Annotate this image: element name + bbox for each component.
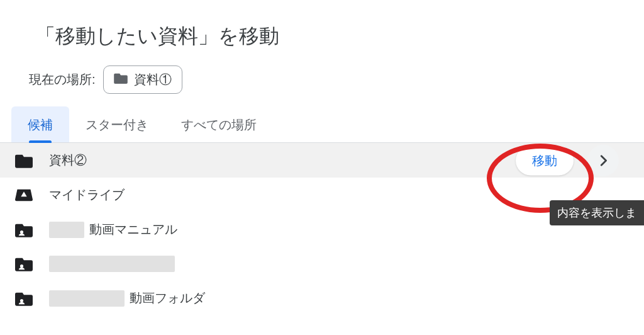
list-item-name: 動画マニュアル — [49, 221, 631, 238]
folder-icon — [114, 72, 128, 87]
current-location-row: 現在の場所: 資料① — [0, 65, 644, 106]
list-item[interactable]: マイドライブ — [0, 178, 644, 212]
redacted-text — [49, 222, 84, 238]
list-item-name: マイドライブ — [49, 186, 631, 203]
tooltip: 内容を表示しま — [550, 200, 644, 225]
svg-point-2 — [20, 298, 23, 302]
svg-point-0 — [20, 230, 23, 233]
list-item-name: 動画フォルダ — [49, 290, 631, 307]
folder-icon — [13, 153, 35, 168]
current-location-chip[interactable]: 資料① — [103, 65, 182, 94]
tabs: 候補 スター付き すべての場所 — [0, 106, 644, 143]
tab-label: 候補 — [28, 118, 53, 132]
redacted-text — [49, 290, 125, 307]
tab-suggested[interactable]: 候補 — [11, 106, 69, 142]
tab-starred[interactable]: スター付き — [69, 106, 165, 142]
tab-all-locations[interactable]: すべての場所 — [165, 106, 273, 142]
list-item[interactable] — [0, 247, 644, 281]
svg-point-1 — [20, 264, 23, 268]
location-list: 資料② 移動 マイドライブ 動画マニュアル — [0, 143, 644, 315]
move-button[interactable]: 移動 — [516, 145, 574, 175]
tab-label: スター付き — [86, 118, 148, 132]
list-item-name — [49, 256, 631, 272]
redacted-text — [49, 256, 175, 272]
current-location-name: 資料① — [134, 71, 172, 88]
list-item-name-suffix: 動画フォルダ — [130, 290, 205, 307]
dialog-title: 「移動したい資料」を移動 — [0, 15, 644, 65]
current-location-label: 現在の場所: — [29, 71, 96, 88]
tab-label: すべての場所 — [181, 118, 257, 132]
open-folder-button[interactable] — [587, 145, 619, 176]
shared-drive-icon — [13, 222, 35, 237]
shared-drive-icon — [13, 291, 35, 306]
move-dialog: 「移動したい資料」を移動 現在の場所: 資料① 候補 スター付き すべての場所 … — [0, 0, 644, 315]
list-item[interactable]: 動画マニュアル — [0, 212, 644, 247]
my-drive-icon — [13, 188, 35, 203]
shared-drive-icon — [13, 256, 35, 271]
list-item[interactable]: 動画フォルダ — [0, 281, 644, 315]
list-item[interactable]: 資料② 移動 — [0, 143, 644, 178]
list-item-name-suffix: 動画マニュアル — [89, 221, 177, 238]
chevron-right-icon — [596, 154, 610, 168]
